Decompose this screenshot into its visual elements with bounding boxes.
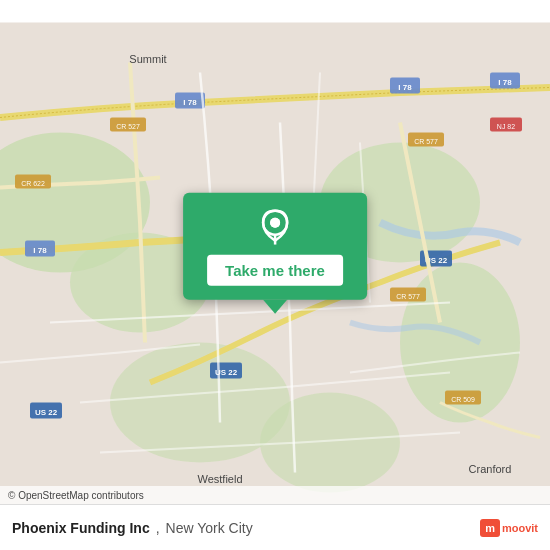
moovit-wordmark: moovit — [502, 522, 538, 534]
place-name: Phoenix Funding Inc — [12, 520, 150, 536]
take-me-there-overlay: Take me there — [183, 193, 367, 314]
svg-text:I 78: I 78 — [398, 83, 412, 92]
svg-text:CR 577: CR 577 — [396, 293, 420, 300]
svg-text:Cranford: Cranford — [469, 463, 512, 475]
svg-text:CR 577: CR 577 — [414, 138, 438, 145]
svg-text:US 22: US 22 — [35, 408, 58, 417]
svg-text:CR 527: CR 527 — [116, 123, 140, 130]
place-info: Phoenix Funding Inc , New York City — [12, 520, 253, 536]
card-pointer — [263, 300, 287, 314]
svg-text:NJ 82: NJ 82 — [497, 123, 515, 130]
svg-text:CR 622: CR 622 — [21, 180, 45, 187]
bottom-bar: Phoenix Funding Inc , New York City m mo… — [0, 504, 550, 550]
attribution-bar: © OpenStreetMap contributors — [0, 486, 550, 504]
attribution-text: © OpenStreetMap contributors — [8, 490, 144, 501]
svg-point-38 — [270, 218, 280, 228]
svg-text:Westfield: Westfield — [197, 473, 242, 485]
moovit-logo: m moovit — [480, 519, 538, 537]
take-me-there-button[interactable]: Take me there — [207, 255, 343, 286]
svg-text:CR 509: CR 509 — [451, 396, 475, 403]
location-card: Take me there — [183, 193, 367, 300]
svg-text:I 78: I 78 — [33, 246, 47, 255]
place-separator: , — [156, 520, 160, 536]
svg-text:Summit: Summit — [129, 53, 166, 65]
moovit-letter: m — [480, 519, 500, 537]
map-container: I 78 I 78 I 78 I 78 US 22 US 22 US 22 CR… — [0, 0, 550, 550]
place-city: New York City — [166, 520, 253, 536]
svg-text:I 78: I 78 — [498, 78, 512, 87]
svg-text:I 78: I 78 — [183, 98, 197, 107]
location-pin-icon — [257, 209, 293, 245]
